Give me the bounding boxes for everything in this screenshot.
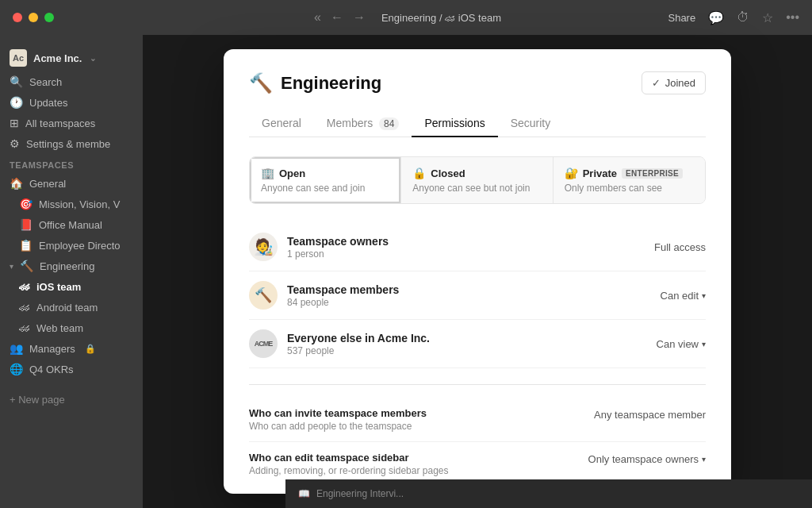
sidebar-item-all-teamspaces[interactable]: ⊞ All teamspaces (0, 113, 143, 133)
app-layout: Ac Acme Inc. ⌄ 🔍 Search 🕐 Updates ⊞ All … (0, 35, 812, 508)
sidebar-label-employee-dir: Employee Directo (39, 240, 121, 252)
edit-sidebar-caret-icon: ▾ (702, 455, 706, 464)
forward-button[interactable]: → (350, 9, 369, 26)
owners-name: Teamspace owners (287, 235, 389, 248)
clipboard-icon: 📋 (19, 239, 33, 252)
perm-row-everyone: ACME Everyone else in Acme Inc. 537 peop… (249, 320, 706, 368)
history-icon[interactable]: ⏱ (737, 10, 749, 25)
close-button[interactable] (13, 13, 22, 22)
sidebar-item-search[interactable]: 🔍 Search (0, 71, 143, 92)
perm-card-open[interactable]: 🏢 Open Anyone can see and join (250, 157, 401, 203)
perm-row-owners-left: 🧑‍🎨 Teamspace owners 1 person (249, 233, 389, 261)
sidebar-item-mission[interactable]: 🎯 Mission, Vision, V (0, 194, 143, 214)
modal-overlay: 🔨 Engineering ✓ Joined General Members (143, 35, 812, 508)
titlebar-actions: Share 💬 ⏱ ☆ ••• (668, 10, 799, 25)
sidebar-item-settings[interactable]: ⚙ Settings & membe (0, 133, 143, 154)
who-can-edit-sidebar-dropdown[interactable]: Only teamspace owners ▾ (588, 452, 706, 465)
traffic-lights (13, 13, 54, 22)
bottom-bar-label: Engineering Intervi... (316, 488, 404, 499)
members-caret-icon: ▾ (702, 291, 706, 300)
perm-card-closed[interactable]: 🔒 Closed Anyone can see but not join (401, 157, 553, 203)
everyone-sub: 537 people (287, 345, 430, 356)
perm-card-private[interactable]: 🔐 Private ENTERPRISE Only members can se… (553, 157, 705, 203)
who-can-edit-sidebar-label: Who can edit teamspace sidebar (249, 452, 448, 464)
who-can-invite-info: Who can invite teamspace members Who can… (249, 407, 427, 432)
workspace-switcher[interactable]: Ac Acme Inc. ⌄ (0, 44, 143, 71)
sidebar-label-q4-okrs: Q4 OKRs (29, 364, 74, 375)
sidebar: Ac Acme Inc. ⌄ 🔍 Search 🕐 Updates ⊞ All … (0, 35, 143, 508)
sidebar-item-engineering[interactable]: ▾ 🔨 Engineering (0, 256, 143, 276)
web-icon: 🏎 (19, 321, 30, 334)
modal-tabs: General Members 84 Permissions Security (249, 110, 706, 137)
members-badge: 84 (379, 117, 399, 130)
gear-icon: ⚙ (10, 137, 20, 150)
owners-avatar: 🧑‍🎨 (249, 233, 278, 261)
everyone-name: Everyone else in Acme Inc. (287, 332, 430, 344)
sidebar-label-settings: Settings & membe (26, 138, 110, 150)
nav-controls: « ← → (311, 9, 369, 26)
who-can-section: Who can invite teamspace members Who can… (249, 384, 706, 486)
android-icon: 🏎 (19, 301, 30, 314)
wrench-icon: 🔨 (20, 260, 33, 272)
sidebar-label-general: General (29, 178, 66, 190)
sidebar-item-web-team[interactable]: 🏎 Web team (0, 318, 143, 338)
back-button[interactable]: ← (327, 9, 347, 26)
more-icon[interactable]: ••• (786, 10, 799, 25)
sidebar-item-general[interactable]: 🏠 General (0, 173, 143, 194)
engineering-icon: 🔨 (249, 72, 273, 94)
titlebar: « ← → Engineering / 🏎 iOS team Share 💬 ⏱… (0, 0, 812, 35)
modal-title: 🔨 Engineering (249, 72, 381, 94)
sidebar-label-updates: Updates (29, 97, 67, 109)
new-page-item[interactable]: + New page (0, 386, 143, 413)
sidebar-label-managers: Managers (29, 343, 75, 355)
perm-card-open-title: 🏢 Open (261, 167, 389, 179)
tab-security[interactable]: Security (498, 110, 564, 137)
minimize-button[interactable] (29, 13, 38, 22)
grid-icon: ⊞ (10, 117, 19, 129)
favorite-icon[interactable]: ☆ (762, 10, 773, 25)
collapse-sidebar-button[interactable]: « (311, 9, 324, 26)
private-lock-icon: 🔐 (565, 167, 578, 179)
sidebar-item-android-team[interactable]: 🏎 Android team (0, 297, 143, 318)
private-label: Private (583, 167, 617, 179)
chat-icon[interactable]: 💬 (708, 10, 724, 25)
globe-icon: 🌐 (10, 363, 23, 375)
tab-permissions[interactable]: Permissions (412, 110, 497, 137)
members-sub: 84 people (287, 297, 399, 308)
tab-members[interactable]: Members 84 (314, 110, 412, 137)
joined-badge[interactable]: ✓ Joined (642, 71, 706, 94)
everyone-access-label: Can view (657, 338, 699, 350)
bottom-bar-icon: 📖 (298, 488, 310, 499)
open-desc: Anyone can see and join (261, 183, 389, 194)
closed-label: Closed (431, 167, 465, 179)
everyone-access-dropdown[interactable]: Can view ▾ (657, 338, 706, 350)
sidebar-item-managers[interactable]: 👥 Managers 🔒 (0, 338, 143, 359)
owners-access: Full access (654, 241, 706, 253)
modal-header: 🔨 Engineering ✓ Joined (249, 71, 706, 94)
sidebar-item-ios-team[interactable]: 🏎 iOS team (0, 276, 143, 297)
maximize-button[interactable] (44, 13, 54, 22)
teamspaces-section-label: Teamspaces (0, 154, 143, 173)
tab-general[interactable]: General (249, 110, 314, 137)
search-icon: 🔍 (10, 75, 23, 88)
perm-card-closed-title: 🔒 Closed (412, 167, 541, 179)
check-icon: ✓ (652, 77, 661, 89)
titlebar-path: Engineering / 🏎 iOS team (381, 12, 501, 24)
open-icon: 🏢 (261, 167, 274, 179)
sidebar-item-employee-dir[interactable]: 📋 Employee Directo (0, 235, 143, 256)
sidebar-label-engineering: Engineering (40, 260, 94, 272)
workspace-name: Acme Inc. (33, 52, 82, 64)
tab-security-label: Security (511, 117, 551, 129)
tab-members-label: Members (327, 117, 373, 129)
members-access-dropdown[interactable]: Can edit ▾ (661, 290, 706, 302)
members-access-label: Can edit (661, 290, 699, 302)
members-name: Teamspace members (287, 283, 399, 296)
closed-desc: Anyone can see but not join (412, 183, 541, 194)
sidebar-item-q4-okrs[interactable]: 🌐 Q4 OKRs (0, 359, 143, 379)
sidebar-item-updates[interactable]: 🕐 Updates (0, 92, 143, 113)
private-desc: Only members can see (565, 183, 694, 194)
owners-info: Teamspace owners 1 person (287, 235, 389, 260)
who-can-invite-value: Any teamspace member (594, 407, 706, 421)
share-button[interactable]: Share (668, 12, 695, 24)
sidebar-item-office-manual[interactable]: 📕 Office Manual (0, 214, 143, 235)
